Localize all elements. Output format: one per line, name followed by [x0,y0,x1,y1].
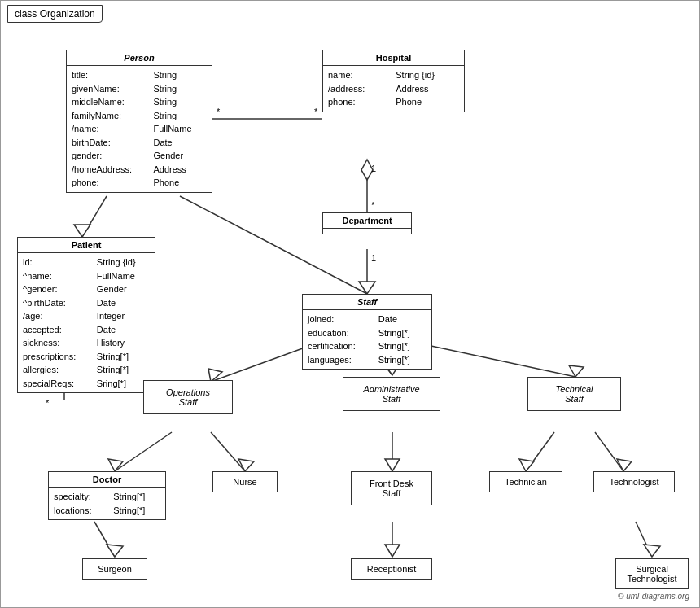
svg-marker-24 [108,459,123,471]
svg-line-29 [526,432,554,471]
svg-line-31 [595,432,623,471]
receptionist-class: Receptionist [351,558,432,580]
patient-body: id:String {id} ^name:FullName ^gender:Ge… [18,253,155,392]
person-class: Person title:String givenName:String mid… [66,50,212,193]
staff-body: joined:Date education:String[*] certific… [303,310,431,369]
svg-marker-34 [107,545,123,557]
department-body [323,229,411,234]
administrative-staff-label: AdministrativeStaff [363,384,419,404]
department-header: Department [323,213,411,229]
hospital-class: Hospital name:String {id} /address:Addre… [322,50,465,112]
staff-class: Staff joined:Date education:String[*] ce… [302,294,432,370]
svg-line-21 [416,343,575,377]
staff-header: Staff [303,295,431,310]
svg-line-13 [180,196,367,294]
department-class: Department [322,212,412,234]
copyright: © uml-diagrams.org [618,592,689,601]
technical-staff-class: TechnicalStaff [527,377,621,411]
nurse-label: Nurse [233,477,256,487]
svg-marker-4 [361,160,373,180]
svg-text:*: * [371,200,375,210]
svg-marker-38 [644,545,660,557]
administrative-staff-class: AdministrativeStaff [343,377,440,411]
surgical-technologist-class: SurgicalTechnologist [615,558,689,589]
svg-text:*: * [217,107,221,116]
svg-line-25 [211,432,245,471]
front-desk-staff-label: Front DeskStaff [370,479,413,498]
receptionist-label: Receptionist [367,564,417,574]
svg-marker-14 [359,282,375,294]
svg-marker-12 [74,225,90,237]
svg-marker-32 [617,459,632,471]
svg-line-23 [115,432,172,471]
svg-text:1: 1 [371,253,376,263]
front-desk-staff-class: Front DeskStaff [351,471,432,505]
svg-marker-26 [238,459,254,471]
hospital-body: name:String {id} /address:Address phone:… [323,66,464,112]
operations-staff-label: OperationsStaff [166,387,210,407]
svg-text:*: * [314,107,318,116]
doctor-body: specialty:String[*] locations:String[*] [49,488,165,519]
diagram-container: class Organization * * 1 * 1 * * [0,0,700,608]
technologist-class: Technologist [593,471,675,492]
nurse-class: Nurse [212,471,278,492]
svg-marker-30 [519,459,534,471]
technologist-label: Technologist [609,477,658,487]
surgeon-class: Surgeon [82,558,147,580]
svg-line-11 [82,196,107,237]
patient-class: Patient id:String {id} ^name:FullName ^g… [17,237,155,393]
technician-label: Technician [505,477,547,487]
svg-text:*: * [46,398,50,408]
surgeon-label: Surgeon [98,564,132,574]
person-header: Person [67,50,212,66]
svg-text:*: * [371,282,375,291]
svg-marker-36 [385,545,400,557]
svg-marker-28 [385,459,400,471]
operations-staff-class: OperationsStaff [143,380,233,414]
svg-text:1: 1 [371,164,376,173]
technician-class: Technician [489,471,562,492]
patient-header: Patient [18,238,155,253]
doctor-header: Doctor [49,472,165,488]
technical-staff-label: TechnicalStaff [555,384,593,404]
person-body: title:String givenName:String middleName… [67,66,212,192]
surgical-technologist-label: SurgicalTechnologist [627,564,676,584]
svg-line-33 [94,522,115,557]
doctor-class: Doctor specialty:String[*] locations:Str… [48,471,166,520]
hospital-header: Hospital [323,50,464,66]
svg-line-37 [636,522,652,557]
diagram-title: class Organization [7,5,103,23]
svg-marker-22 [569,365,584,377]
